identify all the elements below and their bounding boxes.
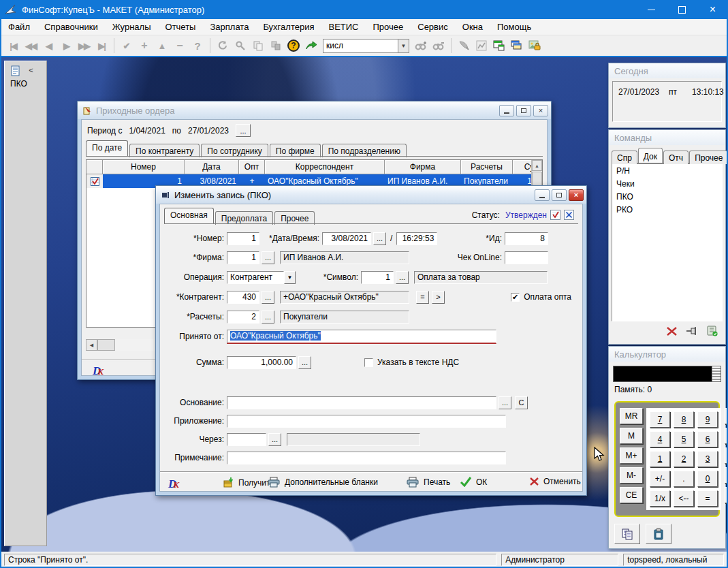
- vat-checkbox[interactable]: Указать в тексте НДС: [364, 358, 459, 367]
- date-field[interactable]: 3/08/2021: [322, 232, 371, 245]
- period-to-value[interactable]: 27/01/2023: [188, 126, 229, 136]
- key-divide[interactable]: /: [725, 428, 728, 444]
- contractor-equals-button[interactable]: =: [416, 291, 429, 304]
- refresh-icon[interactable]: [214, 37, 232, 54]
- key-m-minus[interactable]: M-: [620, 467, 643, 484]
- menu-accounting[interactable]: Бухгалтерия: [263, 22, 314, 32]
- number-field[interactable]: 1: [227, 232, 259, 245]
- nav-last-icon[interactable]: ▶|: [93, 37, 110, 54]
- settlement-browse-button[interactable]: ...: [262, 311, 274, 324]
- column-firm[interactable]: Фирма: [385, 160, 461, 174]
- dialog-restore-button[interactable]: [552, 189, 567, 201]
- menu-vetis[interactable]: ВЕТИС: [328, 22, 358, 32]
- command-item-cheki[interactable]: Чеки: [616, 179, 718, 192]
- key-backspace[interactable]: <--: [674, 490, 694, 507]
- note-field[interactable]: [227, 452, 506, 464]
- sum-browse-button[interactable]: ...: [298, 356, 311, 369]
- tab-by-contractor[interactable]: По контрагенту: [129, 144, 200, 157]
- operation-dropdown-icon[interactable]: ▼: [284, 271, 296, 284]
- key-0[interactable]: 0: [697, 471, 718, 487]
- key-ce[interactable]: CE: [620, 487, 643, 503]
- key-6[interactable]: 6: [697, 431, 718, 447]
- key-dot[interactable]: .: [674, 471, 694, 487]
- help-question-icon[interactable]: ?: [189, 37, 206, 54]
- maximize-button[interactable]: [667, 0, 697, 19]
- add-record-icon[interactable]: +: [136, 37, 153, 54]
- menu-journals[interactable]: Журналы: [112, 22, 151, 32]
- contractor-browse-button[interactable]: ...: [262, 291, 274, 304]
- operation-combo-value[interactable]: Контрагент: [227, 271, 284, 284]
- key-plus-minus[interactable]: +/-: [650, 471, 670, 487]
- menu-reports[interactable]: Отчеты: [165, 22, 196, 32]
- edit-record-icon[interactable]: ▲: [153, 37, 171, 54]
- orders-close-button[interactable]: ×: [533, 105, 548, 116]
- attachment-field[interactable]: [227, 415, 506, 428]
- period-from-value[interactable]: 1/04/2021: [129, 126, 165, 136]
- cancel-button[interactable]: Отменить: [529, 477, 581, 486]
- calc-copy-button[interactable]: [614, 524, 640, 544]
- time-field[interactable]: 16:29:53: [396, 232, 437, 245]
- menu-help[interactable]: Помощь: [497, 22, 531, 32]
- nav-first-icon[interactable]: |◀: [4, 37, 22, 54]
- key-7[interactable]: 7: [650, 411, 670, 428]
- scrollbar-thumb[interactable]: [97, 339, 115, 351]
- column-date[interactable]: Дата: [185, 160, 239, 174]
- tab-by-date[interactable]: По дате: [86, 140, 128, 156]
- nav-fast-next-icon[interactable]: ▶▶: [75, 37, 93, 54]
- column-correspondent[interactable]: Корреспондент: [265, 160, 385, 174]
- key-percent[interactable]: %: [725, 408, 728, 424]
- orders-restore-button[interactable]: [516, 105, 531, 116]
- period-browse-button[interactable]: ...: [236, 124, 251, 137]
- menu-salary[interactable]: Зарплата: [210, 22, 249, 32]
- opt-pay-checkbox[interactable]: ✔ Оплата опта: [511, 292, 571, 302]
- id-field[interactable]: 8: [505, 232, 548, 245]
- tab-prochee[interactable]: Прочее: [689, 151, 728, 164]
- copy-special-icon[interactable]: [267, 37, 285, 54]
- tab-by-firm[interactable]: По фирме: [270, 144, 321, 157]
- firm-code-field[interactable]: 1: [227, 251, 259, 264]
- key-2[interactable]: 2: [674, 451, 694, 467]
- nav-prev-icon[interactable]: ◀: [39, 37, 57, 54]
- find-next-icon[interactable]: [412, 37, 430, 54]
- received-from-field[interactable]: ОАО"Красный Октябрь": [227, 330, 496, 344]
- sidebar-item-pko[interactable]: ПКО: [10, 79, 46, 89]
- contractor-open-button[interactable]: >: [432, 291, 445, 304]
- date-browse-button[interactable]: ...: [373, 232, 386, 245]
- key-subtract[interactable]: -: [725, 467, 728, 484]
- new-window-icon[interactable]: [490, 37, 508, 54]
- extra-forms-button[interactable]: Дополнительные бланки: [268, 477, 378, 488]
- settlement-code-field[interactable]: 2: [227, 311, 259, 324]
- calc-paste-button[interactable]: [646, 524, 671, 544]
- symbol-code-field[interactable]: 1: [361, 271, 394, 284]
- dialog-close-button[interactable]: ×: [569, 189, 584, 201]
- key-8[interactable]: 8: [674, 411, 694, 428]
- basis-browse-button[interactable]: ...: [498, 396, 511, 409]
- copy-icon[interactable]: [249, 37, 267, 54]
- command-item-rn[interactable]: Р/Н: [616, 166, 718, 179]
- nav-fast-prev-icon[interactable]: ◀◀: [22, 37, 39, 54]
- menu-windows[interactable]: Окна: [462, 22, 483, 32]
- via-code-field[interactable]: [227, 433, 266, 446]
- unapprove-icon[interactable]: [564, 210, 574, 220]
- ok-button[interactable]: ОК: [460, 477, 487, 487]
- close-button[interactable]: ×: [697, 0, 728, 19]
- dialog-minimize-button[interactable]: [535, 189, 550, 201]
- via-browse-button[interactable]: ...: [268, 433, 281, 446]
- key-m[interactable]: M: [620, 428, 643, 444]
- approve-icon[interactable]: [550, 210, 560, 220]
- wand-icon[interactable]: [455, 37, 473, 54]
- menu-directories[interactable]: Справочники: [44, 22, 98, 32]
- key-3[interactable]: 3: [697, 451, 718, 467]
- key-1[interactable]: 1: [650, 451, 670, 467]
- collapse-panel-icon[interactable]: <: [29, 66, 33, 74]
- column-marker[interactable]: [86, 160, 103, 174]
- check-online-field[interactable]: [505, 251, 548, 264]
- notebook-check-icon[interactable]: [706, 326, 718, 336]
- chart-icon[interactable]: [473, 37, 490, 54]
- column-number[interactable]: Номер: [103, 160, 185, 174]
- menu-other[interactable]: Прочее: [373, 22, 403, 32]
- key-4[interactable]: 4: [650, 431, 670, 447]
- key-multiply[interactable]: x: [725, 447, 728, 464]
- key-mr[interactable]: MR: [620, 408, 643, 424]
- tab-otch[interactable]: Отч: [663, 151, 689, 164]
